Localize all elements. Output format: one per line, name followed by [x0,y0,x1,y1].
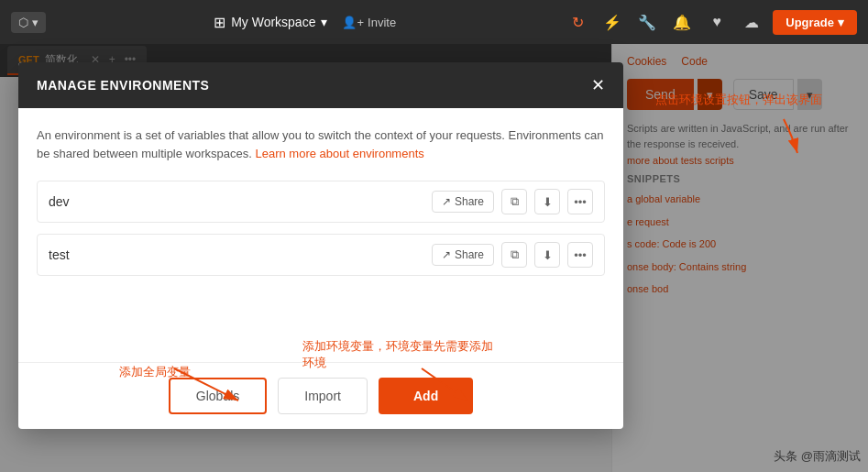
workspace-chevron: ▾ [321,15,327,29]
modal-header: MANAGE ENVIRONMENTS ✕ [18,62,623,108]
download-button-dev[interactable]: ⬇ [534,189,560,214]
sync-button[interactable]: ↻ [564,8,591,36]
navbar: ⬡ ▾ ⊞ My Workspace ▾ 👤+ Invite ↻ ⚡ 🔧 🔔 ♥… [0,0,868,44]
env-row-dev: dev ↗ Share ⧉ ⬇ ••• [37,181,605,223]
home-button[interactable]: ⬡ ▾ [11,12,46,33]
manage-environments-modal: MANAGE ENVIRONMENTS ✕ An environment is … [18,62,623,429]
add-button[interactable]: Add [379,378,473,414]
modal-close-button[interactable]: ✕ [591,75,605,95]
env-list: dev ↗ Share ⧉ ⬇ ••• test [37,181,605,276]
share-label-test: Share [455,248,484,261]
share-label-dev: Share [455,195,484,208]
heart-button[interactable]: ♥ [703,8,731,36]
wrench-button[interactable]: 🔧 [633,8,661,36]
invite-button[interactable]: 👤+ Invite [342,16,396,29]
env-row-test: test ↗ Share ⧉ ⬇ ••• [37,234,605,276]
env-actions-test: ↗ Share ⧉ ⬇ ••• [432,242,593,268]
cloud-button[interactable]: ☁ [738,8,765,36]
modal-body: An environment is a set of variables tha… [18,108,623,362]
home-chevron: ▾ [32,16,38,29]
modal-footer: Globals Import Add [18,362,623,429]
grid-icon: ⊞ [214,14,225,31]
duplicate-button-dev[interactable]: ⧉ [501,189,527,214]
invite-label: Invite [368,16,396,29]
modal-title: MANAGE ENVIRONMENTS [37,78,209,93]
home-icon: ⬡ [18,16,28,29]
more-button-dev[interactable]: ••• [567,189,593,214]
import-button[interactable]: Import [278,378,368,414]
upgrade-chevron: ▾ [838,16,844,29]
invite-icon: 👤+ [342,16,364,29]
learn-more-link[interactable]: Learn more about environments [255,147,423,160]
duplicate-button-test[interactable]: ⧉ [501,242,527,268]
navbar-left: ⬡ ▾ [11,12,46,33]
upgrade-button[interactable]: Upgrade ▾ [773,10,857,35]
modal-overlay: MANAGE ENVIRONMENTS ✕ An environment is … [0,44,868,472]
env-name-dev: dev [49,194,70,209]
watermark: 头条 @雨滴测试 [774,448,861,465]
navbar-right: ↻ ⚡ 🔧 🔔 ♥ ☁ Upgrade ▾ [564,8,857,36]
more-button-test[interactable]: ••• [567,242,593,268]
download-button-test[interactable]: ⬇ [534,242,560,268]
share-button-dev[interactable]: ↗ Share [432,191,494,213]
bell-button[interactable]: 🔔 [668,8,696,36]
share-icon-test: ↗ [442,248,451,261]
share-button-test[interactable]: ↗ Share [432,244,494,266]
navbar-center: ⊞ My Workspace ▾ 👤+ Invite [53,14,556,31]
share-icon-dev: ↗ [442,195,451,208]
workspace-button[interactable]: ⊞ My Workspace ▾ [214,14,327,31]
workspace-label: My Workspace [231,15,315,29]
globals-button[interactable]: Globals [169,378,267,414]
env-actions-dev: ↗ Share ⧉ ⬇ ••• [432,189,593,214]
env-name-test: test [49,247,70,262]
lightning-button[interactable]: ⚡ [599,8,626,36]
modal-description: An environment is a set of variables tha… [37,126,605,162]
upgrade-label: Upgrade [786,16,834,29]
